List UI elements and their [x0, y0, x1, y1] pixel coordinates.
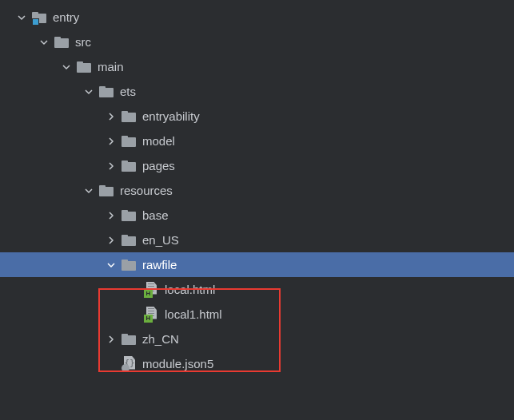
tree-label: base	[142, 208, 169, 222]
tree-label: src	[75, 35, 91, 49]
chevron-right-icon[interactable]	[102, 331, 120, 348]
tree-row-ets[interactable]: ets	[0, 79, 514, 104]
folder-icon	[120, 207, 137, 224]
tree-label: local1.html	[165, 307, 222, 321]
chevron-right-icon[interactable]	[102, 232, 120, 249]
folder-icon	[120, 133, 137, 150]
tree-label: rawfile	[142, 258, 177, 271]
tree-row-rawfile[interactable]: rawfile	[0, 252, 514, 277]
tree-label: module.json5	[142, 357, 213, 370]
folder-icon	[120, 256, 137, 274]
json5-file-icon: {}	[120, 355, 137, 373]
chevron-down-icon[interactable]	[80, 83, 98, 101]
chevron-down-icon[interactable]	[80, 182, 98, 200]
tree-label: entry	[53, 10, 79, 24]
chevron-down-icon[interactable]	[102, 256, 120, 274]
arrow-spacer	[125, 281, 142, 299]
folder-icon	[53, 34, 70, 51]
project-tree: entry src main ets entryability	[0, 0, 514, 376]
folder-icon	[120, 108, 137, 125]
chevron-right-icon[interactable]	[102, 207, 120, 224]
html-file-icon: H	[142, 306, 160, 323]
tree-label: en_US	[142, 233, 179, 247]
folder-icon	[120, 232, 137, 249]
tree-row-file[interactable]: H local1.html	[0, 302, 514, 327]
tree-label: pages	[142, 159, 175, 172]
tree-row-src[interactable]: src	[0, 30, 514, 54]
html-file-icon: H	[142, 281, 160, 299]
tree-label: resources	[120, 184, 173, 197]
chevron-right-icon[interactable]	[102, 157, 120, 175]
folder-icon	[98, 182, 115, 200]
chevron-right-icon[interactable]	[102, 108, 120, 125]
tree-row-zh-cn[interactable]: zh_CN	[0, 327, 514, 351]
tree-label: zh_CN	[142, 332, 179, 346]
tree-row-base[interactable]: base	[0, 203, 514, 228]
tree-label: entryability	[142, 109, 200, 123]
tree-row-entry[interactable]: entry	[0, 5, 514, 30]
tree-row-model[interactable]: model	[0, 129, 514, 153]
folder-icon	[120, 331, 137, 348]
tree-row-en-us[interactable]: en_US	[0, 228, 514, 252]
chevron-down-icon[interactable]	[58, 58, 75, 76]
folder-icon	[120, 157, 137, 175]
folder-icon	[98, 83, 115, 101]
tree-row-module-json5[interactable]: {} module.json5	[0, 351, 514, 376]
module-folder-icon	[30, 9, 48, 26]
tree-row-resources[interactable]: resources	[0, 178, 514, 203]
chevron-down-icon[interactable]	[35, 34, 53, 51]
arrow-spacer	[102, 355, 120, 373]
tree-label: model	[142, 134, 175, 148]
arrow-spacer	[125, 306, 142, 323]
chevron-down-icon[interactable]	[13, 9, 30, 26]
tree-label: ets	[120, 85, 136, 98]
tree-row-entryability[interactable]: entryability	[0, 104, 514, 129]
folder-icon	[75, 58, 93, 76]
tree-row-main[interactable]: main	[0, 54, 514, 79]
chevron-right-icon[interactable]	[102, 133, 120, 150]
tree-label: main	[98, 60, 124, 73]
tree-label: local.html	[165, 283, 215, 296]
tree-row-file[interactable]: H local.html	[0, 277, 514, 302]
tree-row-pages[interactable]: pages	[0, 153, 514, 178]
